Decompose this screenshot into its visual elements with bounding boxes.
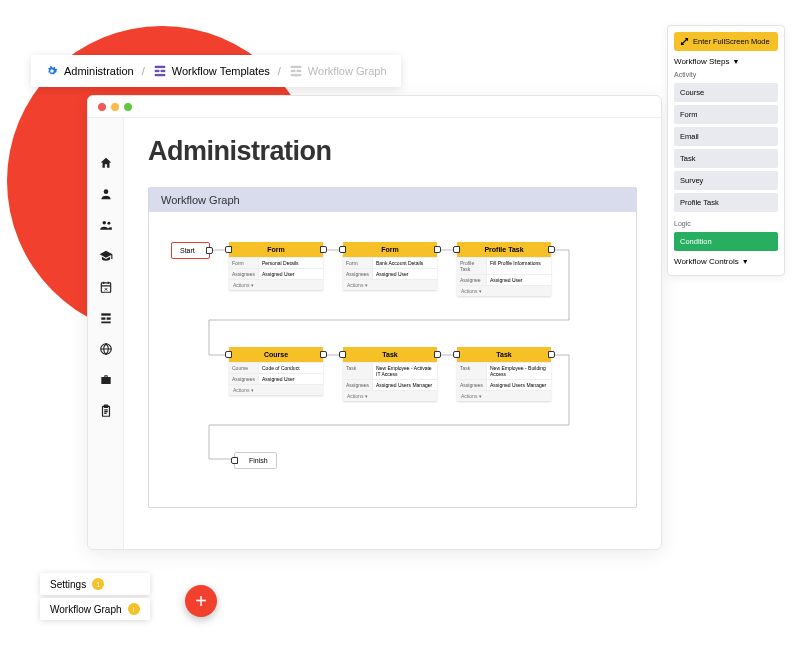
section-label: Workflow Steps (674, 57, 729, 66)
row-value: Assigned User (259, 374, 323, 384)
graph-canvas[interactable]: Start Form FormPersonal Details Assignee… (149, 212, 636, 507)
close-dot[interactable] (98, 103, 106, 111)
badge: 1 (92, 578, 104, 590)
workflow-node-form-1[interactable]: Form FormPersonal Details AssigneesAssig… (229, 242, 323, 290)
tab-settings[interactable]: Settings 1 (40, 573, 150, 595)
node-actions[interactable]: Actions ▾ (229, 384, 323, 395)
workflow-node-task-2[interactable]: Task TaskNew Employee - Building Access … (457, 347, 551, 401)
activity-email[interactable]: Email (674, 127, 778, 146)
node-port[interactable] (339, 351, 346, 358)
logic-condition[interactable]: Condition (674, 232, 778, 251)
node-actions[interactable]: Actions ▾ (343, 390, 437, 401)
svg-rect-0 (155, 66, 166, 68)
svg-point-8 (103, 189, 108, 194)
node-port[interactable] (434, 246, 441, 253)
briefcase-icon[interactable] (99, 373, 113, 387)
row-label: Assignees (229, 374, 259, 384)
breadcrumb: Administration / Workflow Templates / Wo… (31, 55, 401, 87)
row-label: Profile Task (457, 258, 487, 274)
node-type: Form (267, 246, 285, 253)
template-icon[interactable] (99, 311, 113, 325)
page-title: Administration (148, 136, 637, 167)
node-port[interactable] (320, 351, 327, 358)
row-value: Assigned Users Manager (487, 380, 551, 390)
workflow-steps-toggle[interactable]: Workflow Steps ▼ (674, 51, 778, 69)
node-port[interactable] (339, 246, 346, 253)
node-actions[interactable]: Actions ▾ (457, 285, 551, 296)
node-port[interactable] (320, 246, 327, 253)
node-port[interactable] (548, 246, 555, 253)
node-port[interactable] (453, 246, 460, 253)
breadcrumb-administration[interactable]: Administration (45, 64, 134, 78)
activity-label: Activity (674, 69, 778, 80)
node-port[interactable] (548, 351, 555, 358)
minimize-dot[interactable] (111, 103, 119, 111)
row-label: Assignees (457, 380, 487, 390)
globe-icon[interactable] (99, 342, 113, 356)
row-label: Task (457, 363, 487, 379)
svg-rect-15 (101, 322, 110, 324)
node-port[interactable] (225, 246, 232, 253)
people-icon[interactable] (99, 218, 113, 232)
activity-task[interactable]: Task (674, 149, 778, 168)
start-node[interactable]: Start (171, 242, 210, 259)
row-value: New Employee - Activate IT Access (373, 363, 437, 379)
node-port[interactable] (206, 247, 213, 254)
education-icon[interactable] (99, 249, 113, 263)
activity-profile-task[interactable]: Profile Task (674, 193, 778, 212)
row-label: Form (343, 258, 373, 268)
svg-rect-18 (104, 405, 108, 407)
graph-icon (289, 64, 303, 78)
node-actions[interactable]: Actions ▾ (343, 279, 437, 290)
node-port[interactable] (231, 457, 238, 464)
workflow-controls-toggle[interactable]: Workflow Controls ▼ (674, 251, 778, 269)
breadcrumb-templates[interactable]: Workflow Templates (153, 64, 270, 78)
node-port[interactable] (434, 351, 441, 358)
svg-rect-1 (155, 70, 160, 72)
fullscreen-button[interactable]: Enter FullScreen Mode (674, 32, 778, 51)
workflow-node-task-1[interactable]: Task TaskNew Employee - Activate IT Acce… (343, 347, 437, 401)
svg-rect-2 (160, 70, 165, 72)
user-icon[interactable] (99, 187, 113, 201)
workflow-node-form-2[interactable]: Form FormBank Account Details AssigneesA… (343, 242, 437, 290)
tab-workflow-graph[interactable]: Workflow Graph i (40, 598, 150, 620)
section-label: Workflow Controls (674, 257, 739, 266)
row-value: Assigned User (259, 269, 323, 279)
workflow-node-course[interactable]: Course CourseCode of Conduct AssigneesAs… (229, 347, 323, 395)
node-type: Course (264, 351, 288, 358)
activity-survey[interactable]: Survey (674, 171, 778, 190)
caret-down-icon: ▼ (732, 58, 739, 65)
row-value: Personal Details (259, 258, 323, 268)
row-label: Assignees (343, 269, 373, 279)
add-fab[interactable]: + (185, 585, 217, 617)
breadcrumb-separator: / (278, 65, 281, 77)
tab-label: Settings (50, 579, 86, 590)
svg-rect-6 (296, 70, 301, 72)
logic-label: Logic (674, 218, 778, 229)
row-label: Course (229, 363, 259, 373)
row-value: Bank Account Details (373, 258, 437, 268)
caret-down-icon: ▼ (742, 258, 749, 265)
maximize-dot[interactable] (124, 103, 132, 111)
clipboard-icon[interactable] (99, 404, 113, 418)
breadcrumb-label: Administration (64, 65, 134, 77)
main-content: Administration Workflow Graph Start (124, 118, 661, 549)
row-value: Assigned Users Manager (373, 380, 437, 390)
node-actions[interactable]: Actions ▾ (229, 279, 323, 290)
finish-node[interactable]: Finish (234, 452, 277, 469)
node-port[interactable] (453, 351, 460, 358)
activity-course[interactable]: Course (674, 83, 778, 102)
app-window: Administration Workflow Graph Start (87, 95, 662, 550)
home-icon[interactable] (99, 156, 113, 170)
node-type: Task (382, 351, 397, 358)
node-port[interactable] (225, 351, 232, 358)
side-navigation (88, 118, 124, 549)
badge: i (128, 603, 140, 615)
node-actions[interactable]: Actions ▾ (457, 390, 551, 401)
workflow-node-profile-task[interactable]: Profile Task Profile TaskFill Profile In… (457, 242, 551, 296)
expand-icon (680, 37, 689, 46)
svg-rect-12 (101, 313, 110, 315)
graph-panel-header: Workflow Graph (149, 188, 636, 212)
calendar-icon[interactable] (99, 280, 113, 294)
activity-form[interactable]: Form (674, 105, 778, 124)
